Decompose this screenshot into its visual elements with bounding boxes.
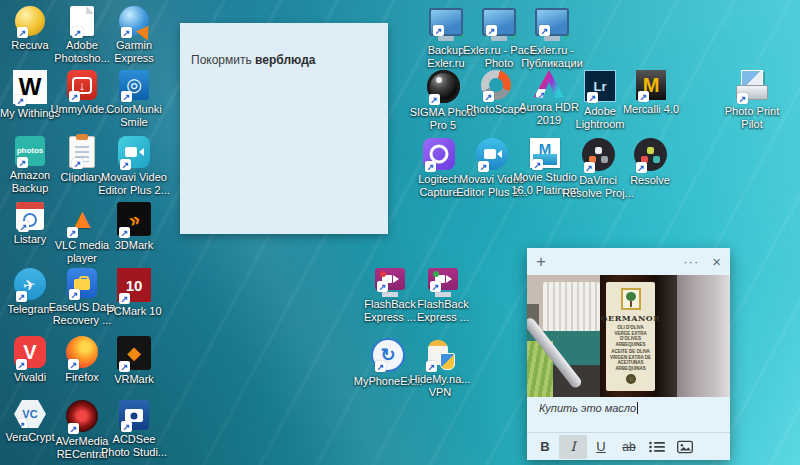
shortcut-arrow-icon: ↗ [377,281,388,292]
icon-glyph [382,292,398,297]
desktop-icon-exler-publikacii[interactable]: →↗Exler.ru - Публикации [514,8,590,70]
shortcut-arrow-icon: ↗ [16,291,27,302]
icon-glyph: 10 [126,278,143,293]
desktop-icon-acdsee-photo-studio[interactable]: ↗ACDSee Photo Studi... [96,400,172,459]
desktop-icon-hidemy-name-vpn[interactable]: ↗HideMy.na... VPN [402,338,478,399]
acdsee-photo-studio-icon: ↗ [119,400,149,430]
desktop-icon-garmin-express[interactable]: ↗Garmin Express [96,6,172,65]
more-menu-icon[interactable]: ··· [683,254,699,269]
exler-publikacii-icon: →↗ [535,8,569,36]
icon-label: Photo Print Pilot [714,105,790,131]
flashback-express-1-icon: ↗ [375,268,405,290]
davinci-resolve-project-icon: ↗ [582,138,615,171]
adobe-lightroom-icon: Lr↗ [584,70,616,102]
desktop-icon-flashback-express-2[interactable]: ↗FlashBack Express ... [405,268,481,324]
flashback-express-2-icon: ↗ [428,268,458,290]
underline-button[interactable]: U [587,435,615,459]
icon-label: ACDSee Photo Studi... [96,433,172,459]
strikethrough-label: ab [622,440,635,454]
vlc-media-player-icon: ▲↗ [65,202,99,236]
icon-glyph: VC [22,409,37,420]
sticky-notes-window: + ··· × GERMANOR OLI D'OLIVA VERGE EXTRA… [527,248,730,460]
desktop-icon-vrmark[interactable]: ◆↗VRMark [96,336,172,386]
shortcut-arrow-icon: ↗ [121,91,132,102]
shortcut-arrow-icon: ↗ [483,91,494,102]
icon-label: 3DMark [96,239,172,252]
icon-label: Exler.ru - Публикации [514,44,590,70]
desktop-icon-movavi-video-editor[interactable]: ↗Movavi Video Editor Plus 2... [96,136,172,197]
resolve-icon: ↗ [634,138,667,171]
icon-label: VRMark [96,373,172,386]
amazon-backup-icon: photos↗ [15,136,45,166]
easeus-data-recovery-icon: ↗ [67,268,97,298]
icon-glyph: photos [17,147,44,155]
shortcut-arrow-icon: ↗ [69,91,80,102]
format-toolbar: BIUab [527,432,730,460]
strikethrough-button[interactable]: ab [615,435,643,459]
shortcut-arrow-icon: ↗ [539,25,550,36]
bottle-label-text-bottom: ACEITE DE OLIVA VIRGEN EXTRA DE ACEITUNA… [606,349,655,371]
desktop-icon-resolve[interactable]: ↗Resolve [612,138,688,187]
icon-label: Movavi Video Editor Plus 2... [96,171,172,197]
tree-emblem-icon [621,288,641,310]
shortcut-arrow-icon: ↗ [636,162,647,173]
desktop-icon-mercalli[interactable]: M↗Mercalli 4.0 [613,70,689,116]
movavi-video-editor-icon: ↗ [118,136,150,168]
desktop-icon-colormunki-smile[interactable]: ◎↗ColorMunki Smile [96,70,172,129]
shortcut-arrow-icon: ↗ [16,359,27,370]
photo-print-pilot-icon: ↗ [735,70,769,102]
add-note-icon[interactable]: + [536,252,546,272]
shortcut-arrow-icon: ↗ [15,95,26,106]
photo-bottle-shadow [657,275,677,397]
aurora-hdr-icon: ↗ [534,70,564,98]
note-text-area[interactable]: Купить это масло [527,397,730,432]
icon-label: FlashBack Express ... [405,298,481,324]
shortcut-arrow-icon: ↗ [68,359,79,370]
icon-glyph: M [539,141,552,156]
shortcut-arrow-icon: ↗ [584,162,595,173]
icon-glyph: → [556,26,574,44]
hidemy-name-vpn-icon: ↗ [424,338,456,370]
desktop-icon-3dmark[interactable]: »↗3DMark [96,202,172,252]
bullet-list-button[interactable] [643,435,671,459]
shortcut-arrow-icon: ↗ [69,289,80,300]
image-button[interactable] [671,435,699,459]
listary-icon: ↗ [16,202,44,230]
sticky-note-text-bold: верблюда [255,53,315,67]
my-withings-icon: W↗ [13,70,47,104]
shortcut-arrow-icon: ↗ [587,92,598,103]
movavi-video-editor-2-icon: ↗ [476,138,508,170]
notes-window-header: + ··· × [527,248,730,275]
italic-button[interactable]: I [559,435,587,459]
shortcut-arrow-icon: ↗ [532,159,543,170]
firefox-icon: ↗ [66,336,98,368]
shortcut-arrow-icon: ↗ [121,27,132,38]
shortcut-arrow-icon: ↗ [67,227,78,238]
sticky-note-large[interactable]: Покормить верблюда [180,23,388,234]
desktop-icon-pcmark-10[interactable]: 10↗PCMark 10 [96,268,172,318]
desktop-icon-photo-print-pilot[interactable]: ↗Photo Print Pilot [714,70,790,131]
bottle-label-text-top: OLI D'OLIVA VERGE EXTRA D'OLIVES ARBEQUI… [606,325,655,347]
exler-pack-photo-icon: →↗ [482,8,516,36]
photo-bottle-label: GERMANOR OLI D'OLIVA VERGE EXTRA D'OLIVE… [606,282,655,391]
movie-studio-icon: M↗ [530,138,560,168]
bullet-list-icon [649,441,665,453]
mercalli-icon: M↗ [636,70,666,100]
bold-button[interactable]: B [531,435,559,459]
underline-label: U [596,439,605,454]
shortcut-arrow-icon: ↗ [425,161,436,172]
close-icon[interactable]: × [712,253,721,270]
shortcut-arrow-icon: ↗ [430,281,441,292]
shortcut-arrow-icon: ↗ [426,361,437,372]
shortcut-arrow-icon: ↗ [119,293,130,304]
italic-label: I [570,439,575,454]
shortcut-arrow-icon: ↗ [72,158,83,169]
note-photo-olive-oil[interactable]: GERMANOR OLI D'OLIVA VERGE EXTRA D'OLIVE… [527,275,730,397]
status-dot-icon [380,271,386,277]
text-cursor [637,402,638,414]
veracrypt-icon: VC↗ [14,400,46,428]
shortcut-arrow-icon: ↗ [536,89,547,100]
desktop-wallpaper: Покормить верблюда + ··· × GERMANOR O [0,0,800,465]
icon-glyph [435,292,451,297]
shortcut-arrow-icon: ↗ [121,421,132,432]
